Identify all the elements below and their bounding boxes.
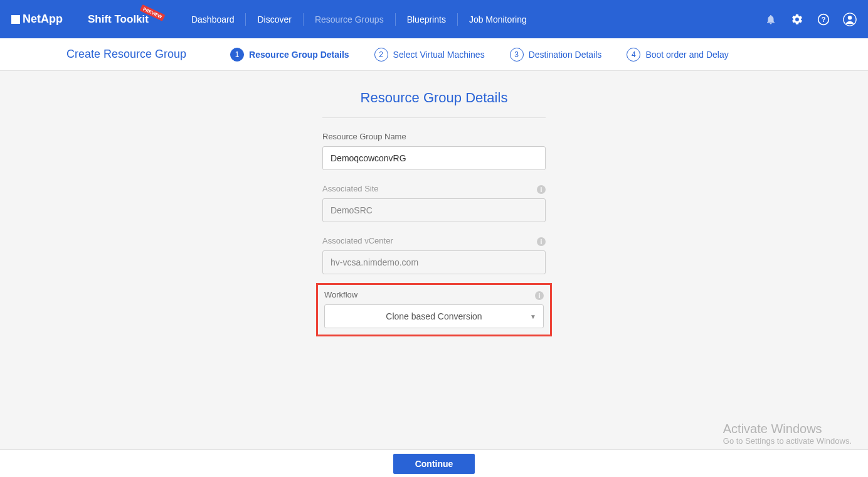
brand-logo: NetApp (11, 13, 63, 26)
site-input (322, 198, 546, 222)
info-icon[interactable]: i (537, 185, 546, 194)
step-number: 2 (374, 48, 388, 62)
wizard-steps: 1 Resource Group Details 2 Select Virtua… (230, 48, 729, 62)
workflow-select-value: Clone based Conversion (324, 304, 544, 328)
rg-name-label: Resource Group Name (322, 132, 546, 141)
step-label: Destination Details (529, 50, 602, 60)
netapp-icon (11, 15, 20, 24)
wizard-title: Create Resource Group (66, 48, 186, 61)
info-icon[interactable]: i (537, 237, 546, 246)
step-label: Boot order and Delay (645, 50, 728, 60)
continue-button[interactable]: Continue (393, 454, 475, 474)
vcenter-input (322, 250, 546, 274)
resource-group-form: Resource Group Name Associated Site i As… (322, 132, 546, 336)
step-destination-details[interactable]: 3 Destination Details (510, 48, 602, 62)
nav-resource-groups[interactable]: Resource Groups (304, 13, 396, 26)
brand-text: NetApp (23, 13, 63, 26)
nav-discover[interactable]: Discover (246, 13, 303, 26)
step-number: 4 (627, 48, 640, 62)
field-associated-vcenter: Associated vCenter i (322, 236, 546, 274)
step-number: 3 (510, 48, 524, 62)
windows-activation-watermark: Activate Windows Go to Settings to activ… (723, 422, 852, 446)
workflow-label: Workflow (324, 290, 544, 299)
workflow-highlight: Workflow i Clone based Conversion ▼ (316, 283, 552, 336)
step-label: Resource Group Details (249, 50, 349, 60)
bottom-bar: Continue (0, 449, 868, 477)
nav-right: ? (764, 13, 857, 26)
site-label: Associated Site (322, 184, 546, 193)
product-title: Shift Toolkit PREVIEW (88, 13, 149, 26)
info-icon[interactable]: i (535, 291, 544, 300)
field-associated-site: Associated Site i (322, 184, 546, 222)
vcenter-label: Associated vCenter (322, 236, 546, 245)
user-icon[interactable] (843, 13, 857, 26)
workflow-select[interactable]: Clone based Conversion ▼ (324, 304, 544, 328)
help-icon[interactable]: ? (817, 13, 830, 26)
field-resource-group-name: Resource Group Name (322, 132, 546, 170)
nav-blueprints[interactable]: Blueprints (396, 13, 458, 26)
step-select-vms[interactable]: 2 Select Virtual Machines (374, 48, 485, 62)
divider (322, 117, 546, 118)
bell-icon[interactable] (764, 13, 778, 26)
svg-point-3 (848, 16, 852, 19)
nav-job-monitoring[interactable]: Job Monitoring (458, 13, 538, 26)
nav-links: Dashboard Discover Resource Groups Bluep… (180, 13, 538, 26)
rg-name-input[interactable] (322, 146, 546, 170)
top-nav: NetApp Shift Toolkit PREVIEW Dashboard D… (0, 0, 868, 38)
main-content: Resource Group Details Resource Group Na… (0, 71, 868, 336)
field-workflow: Workflow i Clone based Conversion ▼ (324, 290, 544, 328)
step-label: Select Virtual Machines (393, 50, 485, 60)
watermark-title: Activate Windows (723, 422, 852, 436)
watermark-subtitle: Go to Settings to activate Windows. (723, 436, 852, 446)
nav-dashboard[interactable]: Dashboard (180, 13, 246, 26)
step-boot-order[interactable]: 4 Boot order and Delay (627, 48, 728, 62)
step-resource-group-details[interactable]: 1 Resource Group Details (230, 48, 349, 62)
wizard-bar: Create Resource Group 1 Resource Group D… (0, 38, 868, 71)
gear-icon[interactable] (790, 13, 804, 26)
section-title: Resource Group Details (361, 90, 508, 106)
svg-text:?: ? (822, 16, 826, 23)
step-number: 1 (230, 48, 244, 62)
